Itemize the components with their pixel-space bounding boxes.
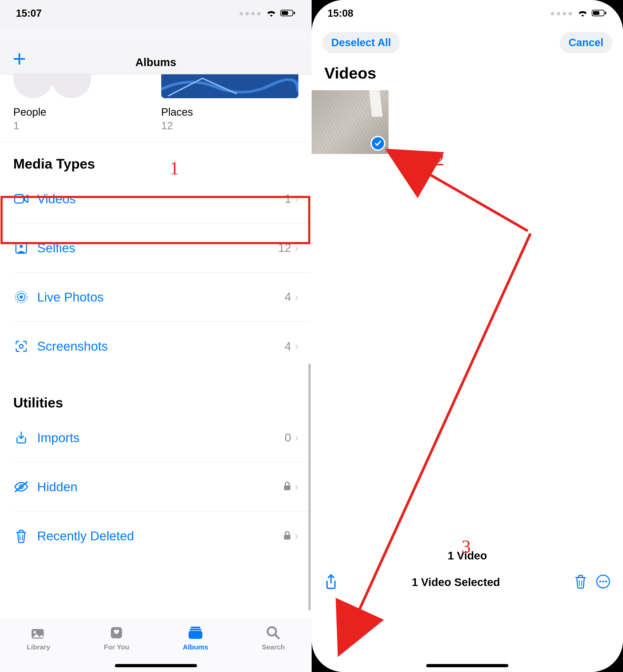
svg-line-30: [579, 580, 580, 586]
svg-rect-16: [284, 535, 290, 539]
tab-albums[interactable]: Albums: [183, 624, 208, 651]
battery-icon: [280, 8, 296, 19]
row-label: Videos: [37, 192, 285, 206]
home-indicator[interactable]: [426, 664, 508, 667]
status-time: 15:08: [328, 8, 353, 19]
cellular-dots-icon: ●●●●: [550, 9, 574, 18]
foryou-icon: [109, 624, 124, 641]
row-recently-deleted[interactable]: Recently Deleted ›: [13, 511, 312, 561]
tab-library[interactable]: Library: [27, 624, 50, 651]
row-label: Hidden: [37, 480, 283, 494]
status-icons: ●●●●: [550, 8, 607, 19]
screenshot-icon: [13, 340, 29, 353]
chevron-right-icon: ›: [295, 481, 298, 493]
svg-point-7: [20, 296, 23, 299]
album-count: 12: [161, 120, 299, 132]
row-selfies[interactable]: Selfies 12 ›: [13, 223, 312, 273]
nav-header: Albums: [0, 27, 312, 74]
svg-line-12: [16, 482, 27, 492]
row-label: Screenshots: [37, 339, 285, 354]
status-bar: 15:08 ●●●●: [312, 0, 623, 27]
search-icon: [266, 624, 280, 641]
wifi-icon: [266, 8, 277, 19]
svg-rect-1: [281, 11, 288, 15]
right-wrap: 15:08 ●●●● Deselect All Cancel Videos 1 …: [312, 0, 623, 672]
svg-point-20: [33, 631, 36, 634]
svg-point-34: [602, 581, 604, 583]
row-hidden[interactable]: Hidden ›: [13, 462, 312, 511]
svg-point-33: [599, 581, 601, 583]
svg-rect-22: [191, 626, 200, 628]
row-label: Recently Deleted: [37, 529, 283, 543]
cancel-button[interactable]: Cancel: [560, 32, 613, 53]
people-places-row: People 1 Places 12: [0, 80, 312, 132]
row-label: Selfies: [37, 241, 278, 255]
row-count: 1: [285, 192, 291, 205]
status-time: 15:07: [16, 8, 42, 19]
tab-label: Albums: [183, 643, 208, 651]
bottom-toolbar: 1 Video Selected: [312, 562, 623, 591]
delete-button[interactable]: [574, 574, 587, 590]
tab-search[interactable]: Search: [262, 624, 285, 651]
hidden-icon: [13, 481, 29, 493]
tab-foryou[interactable]: For You: [104, 624, 129, 651]
selection-status: 1 Video Selected: [346, 576, 566, 589]
section-media-types-title: Media Types: [0, 142, 312, 174]
svg-rect-24: [188, 631, 202, 639]
home-indicator[interactable]: [115, 664, 197, 667]
svg-rect-28: [593, 11, 599, 15]
row-livephotos[interactable]: Live Photos 4 ›: [13, 273, 312, 322]
left-screen: 15:07 ●●●● Albums People 1: [0, 0, 312, 672]
video-count-summary: 1 Video: [312, 550, 623, 562]
album-people[interactable]: People 1: [13, 80, 151, 132]
right-screen: 15:08 ●●●● Deselect All Cancel Videos 1 …: [312, 0, 623, 672]
selected-checkmark-icon: [370, 136, 385, 151]
album-count: 1: [13, 120, 151, 132]
svg-point-10: [19, 344, 23, 348]
row-count: 4: [285, 340, 291, 353]
video-thumbnail[interactable]: [312, 90, 389, 154]
trash-icon: [13, 529, 29, 543]
row-count: 12: [278, 241, 291, 254]
video-icon: [13, 194, 29, 204]
wifi-icon: [577, 8, 588, 19]
scrollbar[interactable]: [308, 364, 310, 610]
status-icons: ●●●●: [239, 8, 296, 19]
share-button[interactable]: [324, 574, 337, 591]
row-label: Imports: [37, 430, 285, 445]
more-button[interactable]: [596, 574, 610, 590]
battery-icon: [592, 8, 607, 19]
row-imports[interactable]: Imports 0 ›: [13, 413, 312, 462]
album-places[interactable]: Places 12: [161, 80, 299, 132]
lock-icon: [283, 531, 291, 541]
row-label: Live Photos: [37, 290, 285, 304]
media-types-list: Videos 1 › Selfies 12 › Live Photos 4 › …: [0, 174, 312, 371]
svg-line-26: [275, 635, 279, 638]
status-bar: 15:07 ●●●●: [0, 0, 312, 27]
chevron-right-icon: ›: [295, 432, 298, 444]
chevron-right-icon: ›: [295, 291, 298, 303]
section-utilities-title: Utilities: [0, 371, 312, 413]
chevron-right-icon: ›: [295, 193, 298, 205]
row-videos[interactable]: Videos 1 ›: [13, 174, 312, 223]
selection-toolbar: Deselect All Cancel: [312, 27, 623, 53]
row-screenshots[interactable]: Screenshots 4 ›: [13, 322, 312, 371]
row-count: 4: [285, 290, 291, 304]
lock-icon: [283, 481, 291, 492]
selfie-icon: [13, 242, 29, 254]
places-map-thumb: [161, 72, 299, 98]
svg-line-31: [582, 580, 582, 586]
tab-label: Search: [262, 643, 285, 651]
deselect-all-button[interactable]: Deselect All: [322, 32, 400, 53]
album-label: People: [13, 106, 151, 118]
svg-rect-23: [190, 629, 201, 630]
tab-label: For You: [104, 643, 129, 651]
svg-rect-4: [14, 195, 24, 203]
page-title: Albums: [135, 56, 176, 69]
chevron-right-icon: ›: [295, 340, 298, 352]
svg-line-14: [20, 534, 20, 540]
library-icon: [30, 624, 47, 641]
albums-icon: [187, 624, 203, 641]
album-label: Places: [161, 106, 299, 118]
utilities-list: Imports 0 › Hidden › Recently Deleted ›: [0, 413, 312, 561]
